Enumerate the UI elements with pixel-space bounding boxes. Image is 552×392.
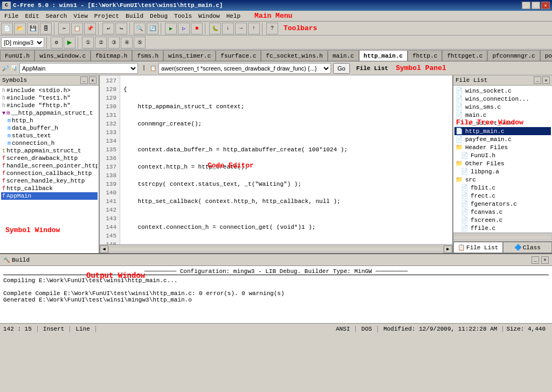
symbol-func-pointer[interactable]: f handle_screen_pointer_http	[1, 162, 98, 170]
ftree-fscreen[interactable]: 📄fscreen.c	[454, 216, 551, 224]
tab-pfconnmngr[interactable]: pfconnmngr.c	[487, 50, 540, 61]
toolbar-copy[interactable]: 📋	[71, 23, 83, 34]
symbol-func-drawback[interactable]: f screen_drawback_http	[1, 155, 98, 162]
menu-view[interactable]: View	[70, 12, 91, 20]
ftree-wins-connection[interactable]: 📄wins_connection...	[454, 95, 551, 103]
ftree-other-files-folder[interactable]: 📁Other Files	[454, 159, 551, 167]
close-button[interactable]: ✕	[541, 2, 550, 9]
filetree-close[interactable]: ✕	[542, 76, 550, 84]
symbol-include-3[interactable]: h #include "fhttp.h"	[1, 102, 98, 109]
ftree-wins-sms[interactable]: 📄wins_sms.c	[454, 103, 551, 111]
toolbar-redo[interactable]: ↪	[115, 23, 127, 34]
toolbar-debug[interactable]: 🐛	[209, 23, 221, 34]
toolbar-paste[interactable]: 📌	[84, 23, 96, 34]
toolbar-step-over[interactable]: →	[235, 23, 247, 34]
toolbar2-b2[interactable]: ②	[95, 37, 107, 48]
menu-window[interactable]: Window	[195, 12, 223, 20]
hscrollbar[interactable]: ◀ ▶	[100, 244, 452, 253]
build-minimize[interactable]: _	[532, 256, 539, 264]
filetree-btn1[interactable]: _	[534, 76, 541, 84]
code-content[interactable]: 127128129130 131132133134 135136137138 1…	[100, 75, 452, 244]
toolbar-open[interactable]: 📂	[14, 23, 26, 34]
toolbar-step-out[interactable]: ↑	[248, 23, 260, 34]
toolbar-save-all[interactable]: 🗄	[40, 23, 52, 34]
tab-fhttpget-c[interactable]: fhttpget.c	[442, 50, 487, 61]
ftree-fgenerators[interactable]: 📄fgenerators.c	[454, 200, 551, 208]
build-close[interactable]: ✕	[541, 256, 549, 264]
menu-search[interactable]: Search	[43, 12, 71, 20]
menu-tools[interactable]: Tools	[171, 12, 195, 20]
toolbar-find[interactable]: 🔍	[134, 23, 146, 34]
symbol-member-data-buffer[interactable]: m data_buffer_h	[1, 124, 98, 132]
symbol-member-http-h[interactable]: m http_h	[1, 117, 98, 124]
toolbar-stop[interactable]: ■	[191, 23, 203, 34]
symbol-window-close[interactable]: ✕	[89, 76, 96, 84]
toolbar-run[interactable]: ▷	[178, 23, 190, 34]
symbol-func-appmain[interactable]: f AppMain	[1, 192, 98, 200]
menu-project[interactable]: Project	[91, 12, 122, 20]
toolbar-cut[interactable]: ✂	[58, 23, 70, 34]
menu-edit[interactable]: Edit	[22, 12, 42, 20]
ftree-frect[interactable]: 📄frect.c	[454, 192, 551, 200]
toolbar-undo[interactable]: ↩	[102, 23, 114, 34]
ftree-payfee[interactable]: 📄payfee_main.c	[454, 135, 551, 143]
tab-fhttp-c[interactable]: fhttp.c	[408, 50, 442, 61]
filetree-tab-class[interactable]: 🔷Class	[503, 242, 553, 253]
ftree-wins-socket[interactable]: 📄wins_socket.c	[454, 87, 551, 95]
toolbar-replace[interactable]: 🔄	[147, 23, 158, 34]
symbol-signature-select[interactable]: awer(screen_t *screen, screen_drawback_f…	[158, 63, 331, 74]
tab-main-c[interactable]: main.c	[328, 50, 359, 61]
scroll-right-btn[interactable]: ▶	[444, 246, 452, 253]
toolbar2-b5[interactable]: ⑤	[134, 37, 146, 48]
toolbar2-b4[interactable]: ④	[121, 37, 133, 48]
menu-file[interactable]: File	[1, 12, 22, 20]
symbol-function-select[interactable]: AppMain	[19, 63, 138, 74]
menu-debug[interactable]: Debug	[147, 12, 171, 20]
menu-help[interactable]: Help	[223, 12, 244, 20]
toolbar2-run[interactable]: ▶	[64, 37, 75, 48]
toolbar-new[interactable]: 📄	[1, 23, 13, 34]
go-button[interactable]: Go	[333, 63, 350, 74]
tab-fc-socket[interactable]: fc_socket_wins.h	[261, 50, 328, 61]
symbol-member-status-text[interactable]: m status_text	[1, 132, 98, 139]
tab-http-main-c[interactable]: http_main.c	[359, 50, 408, 61]
tab-port-funlib-c[interactable]: port_funlib.c	[540, 50, 552, 61]
symbol-func-http-callback[interactable]: f http_callback	[1, 185, 98, 192]
minimize-button[interactable]: _	[522, 2, 530, 9]
tab-fbitmap-h[interactable]: fbitmap.h	[91, 50, 132, 61]
tab-funui-h[interactable]: FunUI.h	[0, 50, 34, 61]
ftree-fc-socket[interactable]: 📄fc_socket_wins	[454, 119, 551, 127]
symbol-struct[interactable]: ▼m __http_appmain_struct_t	[1, 109, 98, 117]
ftree-ffile[interactable]: 📄ffile.c	[454, 224, 551, 232]
ftree-http-main-c[interactable]: 📄http_main.c	[454, 127, 551, 135]
ftree-funui-h[interactable]: 📄FunUI.h	[454, 151, 551, 159]
toolbar2-btn1[interactable]: ⚙	[51, 37, 63, 48]
toolbar-help[interactable]: ?	[266, 23, 278, 34]
toolbar2-b1[interactable]: ①	[82, 37, 94, 48]
scroll-left-btn[interactable]: ◀	[100, 246, 108, 253]
ftree-fcanvas[interactable]: 📄fcanvas.c	[454, 208, 551, 216]
maximize-button[interactable]: □	[532, 2, 540, 9]
menu-build[interactable]: Build	[122, 12, 147, 20]
ftree-src-folder[interactable]: 📁src	[454, 176, 551, 184]
symbol-include-1[interactable]: h #include <stdio.h>	[1, 87, 98, 94]
code-text[interactable]: { http_appmain_struct_t context; connmng…	[120, 75, 452, 244]
toolbar-save[interactable]: 💾	[27, 23, 39, 34]
ftree-libpng[interactable]: 📄libpng.a	[454, 167, 551, 176]
toolbar2-b3[interactable]: ③	[108, 37, 120, 48]
compiler-select[interactable]: [D] mingw3	[1, 37, 44, 48]
symbol-include-2[interactable]: h #include "test1.h"	[1, 94, 98, 102]
filetree-tab-filelist[interactable]: 📋File List	[453, 242, 503, 253]
tab-wins-timer-c[interactable]: wins_timer.c	[163, 50, 216, 61]
tab-fsurface-c[interactable]: fsurface.c	[216, 50, 261, 61]
tab-wins-window-c[interactable]: wins_window.c	[34, 50, 91, 61]
symbol-func-callback-conn[interactable]: f connection_callback_http	[1, 170, 98, 177]
ftree-fblit[interactable]: 📄fblit.c	[454, 184, 551, 192]
ftree-header-files-folder[interactable]: 📁Header Files	[454, 143, 551, 151]
tab-fsms-h[interactable]: fsms.h	[132, 50, 163, 61]
symbol-member-connection-h[interactable]: m connection_h	[1, 139, 98, 147]
symbol-window-minimize[interactable]: _	[80, 76, 88, 84]
symbol-typedef[interactable]: t http_appmain_struct_t	[1, 147, 98, 155]
symbol-func-key[interactable]: f screen_handle_key_http	[1, 177, 98, 185]
toolbar-build[interactable]: ▶	[165, 23, 177, 34]
